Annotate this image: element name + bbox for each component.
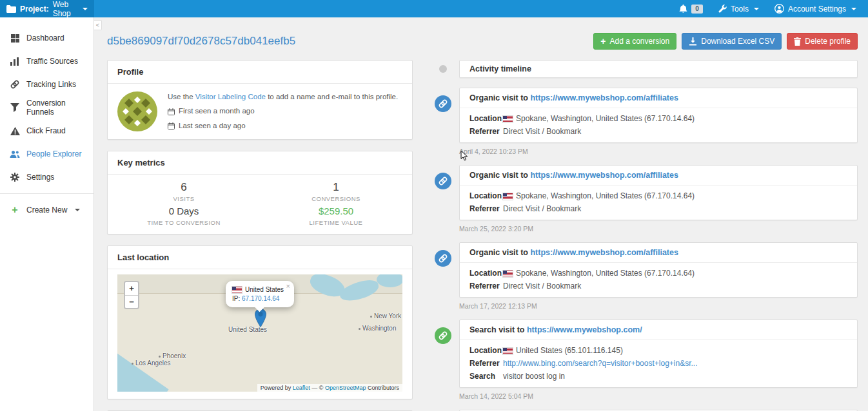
- visit-url-link[interactable]: https://www.mywebshop.com/affiliates: [530, 93, 678, 102]
- last-location-card: Last location United States Los Angeles …: [107, 245, 413, 399]
- us-flag-icon: [232, 287, 242, 293]
- metric-visits: 6 VISITS: [108, 180, 260, 204]
- referrer-url-link[interactable]: http://www.bing.com/search?q=visitor+boo…: [503, 359, 698, 368]
- map-zoom-control: + −: [124, 281, 139, 309]
- profile-card-title: Profile: [108, 61, 412, 84]
- metric-conversions: 1 CONVERSIONS: [260, 180, 412, 204]
- visitor-labeling-code-link[interactable]: Visitor Labeling Code: [195, 93, 266, 100]
- location-row: Location Spokane, Washington, United Sta…: [469, 114, 847, 124]
- funnel-icon: [10, 103, 20, 112]
- timeline-event: Organic visit to https://www.mywebshop.c…: [435, 88, 858, 156]
- project-label: Project:: [20, 5, 49, 14]
- timeline-event: Organic visit to https://www.mywebshop.c…: [435, 242, 858, 311]
- visit-url-link[interactable]: https://www.mywebshop.com/: [527, 325, 642, 334]
- folder-icon: [6, 5, 16, 13]
- zoom-out-button[interactable]: −: [125, 295, 138, 308]
- sidebar-item-dashboard[interactable]: Dashboard: [0, 26, 94, 50]
- map-canvas[interactable]: United States Los Angeles Phoenix New Yo…: [117, 274, 402, 392]
- map-city-label: New York: [370, 312, 401, 320]
- map-attribution: Powered by Leaflet — © OpenStreetMap Con…: [257, 384, 402, 392]
- key-metrics-title: Key metrics: [108, 151, 412, 175]
- map-marker-pin[interactable]: [255, 309, 266, 329]
- us-flag-icon: [503, 193, 513, 200]
- activity-timeline: Activity timeline Organic visit to https…: [435, 60, 858, 411]
- event-card: Organic visit to https://www.mywebshop.c…: [459, 242, 858, 298]
- tools-menu[interactable]: Tools: [718, 0, 759, 17]
- create-new-label: Create New: [26, 206, 67, 215]
- people-icon: [10, 150, 20, 158]
- event-timestamp: March 14, 2022 5:04 PM: [459, 392, 858, 401]
- sidebar-item-click-fraud[interactable]: Click Fraud: [0, 119, 94, 142]
- download-icon: [689, 37, 697, 46]
- sidebar-item-label: Settings: [26, 173, 54, 182]
- bar-chart-icon: [10, 57, 20, 66]
- last-location-title: Last location: [108, 246, 412, 269]
- timeline-header: Activity timeline: [459, 60, 858, 78]
- popup-ip-link[interactable]: 67.170.14.64: [242, 295, 279, 302]
- search-row: Search visitor boost log in: [469, 372, 847, 381]
- profile-card: Profile: [107, 60, 413, 140]
- referrer-row: Referrer Direct Visit / Bookmark: [469, 282, 847, 291]
- zoom-in-button[interactable]: +: [125, 282, 138, 295]
- link-icon: [435, 173, 451, 189]
- plus-icon: +: [10, 206, 20, 215]
- first-seen-line: First seen a month ago: [168, 106, 398, 117]
- project-switcher[interactable]: Project: Web Shop: [0, 0, 94, 17]
- delete-profile-button[interactable]: Delete profile: [787, 33, 858, 50]
- openstreetmap-link[interactable]: OpenStreetMap: [325, 385, 366, 391]
- sidebar-item-label: Traffic Sources: [26, 57, 78, 66]
- topbar: Project: Web Shop 0 Tools Account Settin…: [0, 0, 868, 17]
- plus-icon: +: [600, 37, 606, 45]
- create-new-menu[interactable]: + Create New: [0, 198, 94, 222]
- labeling-sentence: Use the Visitor Labeling Code to add a n…: [168, 91, 398, 102]
- notifications-button[interactable]: 0: [679, 0, 703, 17]
- sidebar-divider: [0, 193, 94, 194]
- location-row: Location United States (65.101.116.145): [469, 346, 847, 356]
- sidebar-item-label: Conversion Funnels: [26, 99, 84, 117]
- sidebar-item-traffic-sources[interactable]: Traffic Sources: [0, 50, 94, 73]
- event-card: Organic visit to https://www.mywebshop.c…: [459, 88, 858, 143]
- event-timestamp: March 17, 2022 12:13 PM: [459, 302, 858, 311]
- link-icon: [10, 80, 20, 89]
- event-title: Organic visit to https://www.mywebshop.c…: [460, 88, 857, 108]
- wrench-icon: [718, 5, 727, 13]
- close-icon[interactable]: ×: [286, 282, 290, 290]
- chevron-down-icon: [754, 8, 759, 10]
- download-csv-button[interactable]: Download Excel CSV: [682, 33, 782, 50]
- sidebar-item-settings[interactable]: Settings: [0, 166, 94, 189]
- referrer-row: Referrer Direct Visit / Bookmark: [469, 127, 847, 137]
- us-flag-icon: [503, 116, 513, 122]
- event-card: Search visit to https://www.mywebshop.co…: [459, 320, 858, 388]
- account-settings-menu[interactable]: Account Settings: [774, 0, 856, 17]
- leaflet-link[interactable]: Leaflet: [293, 385, 310, 391]
- link-icon: [435, 250, 451, 267]
- sidebar-item-tracking-links[interactable]: Tracking Links: [0, 73, 94, 96]
- event-title: Organic visit to https://www.mywebshop.c…: [460, 166, 857, 186]
- metric-lifetime-value: $259.50 LIFETIME VALUE: [260, 204, 412, 227]
- visit-url-link[interactable]: https://www.mywebshop.com/affiliates: [530, 171, 678, 180]
- gear-icon: [10, 173, 20, 182]
- timeline-event: Organic visit to https://www.mywebshop.c…: [435, 165, 858, 233]
- referrer-row: Referrer http://www.bing.com/search?q=vi…: [469, 359, 847, 368]
- key-metrics-card: Key metrics 6 VISITS 1 CONVERSIONS 0 Day…: [107, 151, 413, 234]
- bell-icon: [679, 5, 687, 14]
- link-icon: [435, 327, 451, 344]
- add-conversion-button[interactable]: + Add a conversion: [593, 33, 676, 50]
- metric-time-to-conversion: 0 Days TIME TO CONVERSION: [108, 204, 260, 227]
- tools-label: Tools: [731, 5, 749, 14]
- trash-icon: [794, 37, 801, 46]
- sidebar-collapse-button[interactable]: <: [94, 20, 102, 30]
- timeline-start-dot: [439, 65, 447, 73]
- sidebar-item-people-explorer[interactable]: People Explorer: [0, 142, 94, 166]
- us-flag-icon: [503, 271, 513, 277]
- location-row: Location Spokane, Washington, United Sta…: [469, 191, 847, 201]
- location-row: Location Spokane, Washington, United Sta…: [469, 269, 847, 278]
- sidebar-item-label: Tracking Links: [26, 80, 76, 89]
- chevron-down-icon: [83, 8, 88, 10]
- map-popup: × United States IP: 67.170.14.64: [226, 281, 294, 307]
- page-title: d5be869097df70d2678c57db041eefb5: [107, 35, 295, 48]
- event-card: Organic visit to https://www.mywebshop.c…: [459, 165, 858, 220]
- sidebar-item-conversion-funnels[interactable]: Conversion Funnels: [0, 96, 94, 119]
- visit-url-link[interactable]: https://www.mywebshop.com/affiliates: [530, 248, 678, 257]
- calendar-icon: [168, 122, 175, 129]
